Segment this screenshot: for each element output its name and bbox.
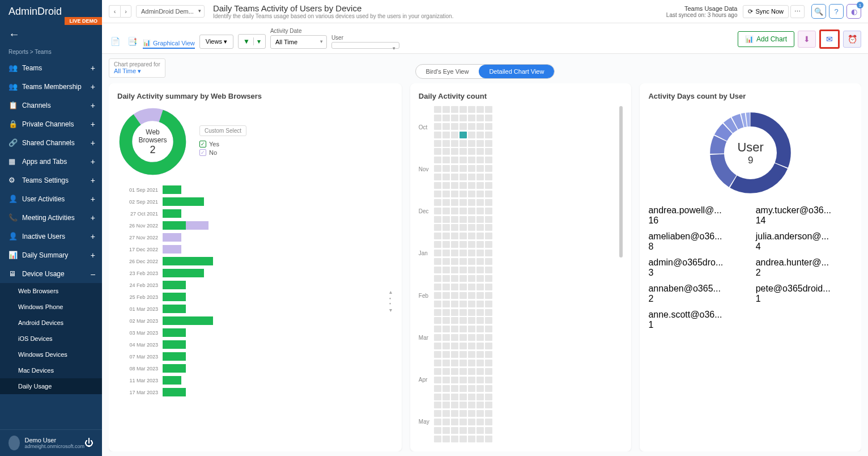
heatmap-cell [451, 258, 458, 265]
heatmap-cell [451, 148, 458, 155]
sidebar-item-user-activities[interactable]: 👤User Activities+ [0, 189, 102, 208]
heatmap-cell [442, 123, 450, 130]
nav-icon: 👥 [8, 64, 18, 72]
heatmap-cell [468, 402, 475, 408]
heatmap-cell [459, 326, 467, 332]
heatmap-cell [485, 284, 492, 290]
heatmap-cell [442, 106, 450, 113]
heatmap-cell [442, 292, 450, 299]
schedule-button[interactable]: ⏰ [843, 31, 861, 48]
sidebar-item-shared-channels[interactable]: 🔗Shared Channels+ [0, 133, 102, 152]
logout-icon[interactable]: ⏻ [84, 438, 93, 448]
sidebar-item-inactive-users[interactable]: 👤Inactive Users+ [0, 227, 102, 246]
heatmap-cell [485, 351, 492, 358]
org-dropdown[interactable]: AdminDroid Dem... [136, 5, 205, 18]
legend-no[interactable]: ✓No [199, 149, 246, 156]
donut2-center: User 9 [737, 140, 763, 166]
heatmap-cell [434, 351, 441, 358]
activity-date-select[interactable]: All Time [270, 35, 327, 49]
sidebar-subitem-android-devices[interactable]: Android Devices [0, 315, 102, 331]
nav-label: Teams [22, 64, 42, 72]
sidebar-item-apps-and-tabs[interactable]: ▦Apps and Tabs+ [0, 152, 102, 171]
list-view-icon[interactable]: 📄 [109, 34, 121, 49]
sidebar-subitem-daily-usage[interactable]: Daily Usage [0, 378, 102, 394]
heatmap-cell [485, 385, 492, 392]
heatmap-cell [476, 410, 484, 417]
heatmap-cell [476, 157, 484, 163]
mail-button[interactable]: ✉ [819, 29, 840, 49]
top-icons: 🔍 ? ◐1 [811, 4, 861, 19]
heatmap-cell [476, 394, 484, 400]
sidebar-item-teams-settings[interactable]: ⚙Teams Settings+ [0, 171, 102, 189]
heatmap-cell [468, 301, 475, 307]
back-button[interactable]: ← [0, 23, 102, 45]
heatmap-cell [442, 267, 450, 273]
sidebar-subitem-windows-devices[interactable]: Windows Devices [0, 347, 102, 362]
heatmap-cell [434, 301, 441, 307]
legend-yes[interactable]: ✓Yes [199, 141, 246, 147]
sidebar-item-daily-summary[interactable]: 📊Daily Summary+ [0, 246, 102, 264]
sidebar-subitem-mac-devices[interactable]: Mac Devices [0, 362, 102, 378]
heatmap-cell [476, 334, 484, 341]
sidebar-subitem-windows-phone[interactable]: Windows Phone [0, 299, 102, 315]
detailed-chart-view-tab[interactable]: Detailed Chart View [479, 65, 554, 78]
bar-label: 23 Feb 2023 [117, 271, 163, 276]
heatmap-cell [442, 427, 450, 434]
bar-label: 17 Mar 2023 [117, 390, 163, 395]
filter-button[interactable]: ▼▾ [238, 34, 266, 49]
heatmap-month-label: Feb [419, 293, 429, 299]
sync-button-label: Sync Now [755, 8, 784, 15]
help-icon[interactable]: ? [829, 4, 844, 19]
donut-users: User 9 [707, 109, 794, 197]
next-button[interactable]: › [120, 5, 131, 18]
sidebar-subitem-ios-devices[interactable]: iOS Devices [0, 331, 102, 347]
heatmap: OctNovDecJanFebMarAprMay [419, 106, 623, 443]
nav-label: Inactive Users [22, 233, 65, 240]
heatmap-cell [476, 368, 484, 375]
heatmap-cell [434, 106, 441, 113]
bar-seg-yes [163, 185, 181, 194]
heatmap-cell [442, 115, 450, 121]
prev-button[interactable]: ‹ [109, 5, 120, 18]
content: Chart prepared for All Time ▾ Bird's Eye… [102, 54, 868, 456]
bar-row: 01 Sep 2021 [117, 185, 393, 194]
sidebar-item-private-channels[interactable]: 🔒Private Channels+ [0, 115, 102, 133]
expand-icon: + [91, 213, 95, 222]
add-chart-label: Add Chart [756, 35, 787, 43]
sidebar-item-channels[interactable]: 📋Channels+ [0, 96, 102, 115]
custom-select-button[interactable]: Custom Select [199, 125, 246, 136]
sidebar-item-meeting-activities[interactable]: 📞Meeting Activities+ [0, 208, 102, 227]
download-button[interactable]: ⬇ [798, 31, 816, 48]
birds-eye-view-tab[interactable]: Bird's Eye View [416, 65, 479, 78]
nav-icon: 🔗 [8, 138, 18, 147]
page-subtitle: Identify the daily Teams usage based on … [213, 13, 666, 19]
search-icon[interactable]: 🔍 [811, 4, 826, 19]
views-dropdown[interactable]: Views ▾ [199, 35, 233, 49]
bar-seg-yes [163, 221, 186, 230]
more-button[interactable]: ⋯ [790, 5, 805, 18]
heatmap-cell [434, 157, 441, 163]
bar-seg-no [186, 221, 209, 230]
activity-date-label: Activity Date [270, 28, 327, 34]
user-select[interactable] [331, 42, 399, 49]
heatmap-cell [476, 427, 484, 434]
notification-icon[interactable]: ◐1 [846, 4, 861, 19]
sync-button[interactable]: ⟳ Sync Now [743, 5, 789, 18]
add-chart-button[interactable]: 📊 Add Chart [738, 31, 794, 47]
sidebar-item-teams-membership[interactable]: 👥Teams Membership+ [0, 77, 102, 96]
heatmap-cell [476, 292, 484, 299]
heatmap-cell [442, 360, 450, 366]
nav-label: Teams Settings [22, 176, 69, 184]
graphical-view-tab[interactable]: 📊 Graphical View [143, 39, 195, 49]
stat-name: ameliaben@o36... [648, 231, 745, 242]
heatmap-cell [485, 106, 492, 113]
heatmap-scrollbar[interactable] [619, 106, 623, 257]
sidebar-item-device-usage[interactable]: 🖥Device Usage– [0, 264, 102, 283]
export-icon[interactable]: 📑 [126, 34, 138, 49]
user-footer: Demo User admeight.onmicrosoft.com ⏻ [0, 429, 102, 456]
sidebar-item-teams[interactable]: 👥Teams+ [0, 58, 102, 77]
heatmap-cell [451, 233, 458, 239]
heatmap-cell [476, 140, 484, 147]
donut2-center-num: 9 [737, 155, 763, 166]
sidebar-subitem-web-browsers[interactable]: Web Browsers [0, 283, 102, 299]
